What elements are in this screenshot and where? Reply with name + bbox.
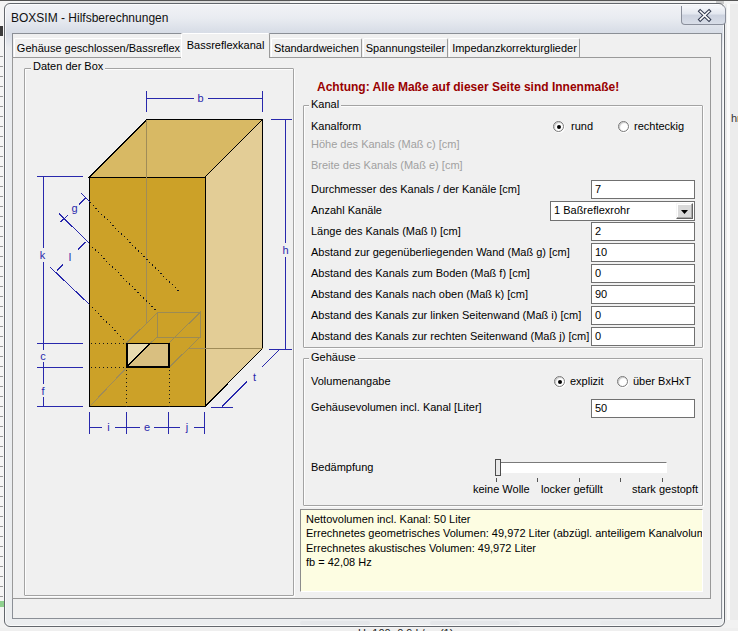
svg-text:b: b [197, 92, 203, 104]
svg-text:h: h [282, 244, 288, 256]
svg-text:i: i [107, 421, 109, 433]
svg-text:e: e [144, 421, 150, 433]
svg-text:j: j [185, 421, 188, 433]
svg-text:f: f [41, 385, 45, 397]
svg-text:g: g [71, 202, 77, 214]
svg-text:k: k [40, 249, 46, 261]
svg-text:t: t [253, 371, 256, 383]
svg-text:l: l [69, 251, 71, 263]
svg-text:c: c [40, 350, 46, 362]
